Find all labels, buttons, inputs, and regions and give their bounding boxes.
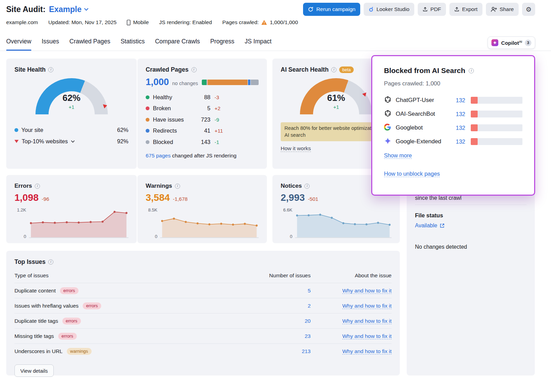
view-details-button[interactable]: View details [14,364,54,377]
issue-count-link[interactable]: 5 [250,288,311,294]
why-how-fix-link[interactable]: Why and how to fix it [342,288,392,294]
info-icon[interactable]: i [35,184,40,189]
tabs-divider [0,51,551,51]
blocked-count-link[interactable]: 132 [453,138,471,145]
info-icon[interactable]: i [191,67,197,72]
google-extended-icon [384,137,396,146]
info-icon[interactable]: i [331,67,336,72]
openai-icon [384,110,396,118]
info-icon[interactable]: i [48,67,53,72]
crawled-pages-title: Crawled Pages [146,66,189,73]
list-item-google-extended: Google-Extended 132 [384,135,522,148]
ai-search-health-gauge: 61% +1 [300,78,372,117]
broken-count[interactable]: 5 [197,105,210,112]
issue-count-link[interactable]: 23 [250,333,311,339]
have-issues-dot-icon [146,118,149,122]
healthy-dot-icon [146,95,149,99]
crawled-breakdown-list: Healthy 88 -3 Broken 5 +2 Have issues 72… [146,92,231,148]
beta-badge: beta [339,66,354,73]
blocked-count[interactable]: 143 [197,139,210,145]
tab-statistics[interactable]: Statistics [121,38,145,51]
crawled-total-note: no changes [172,81,198,86]
export-icon [454,7,459,12]
healthy-count[interactable]: 88 [197,94,210,101]
issue-count-link[interactable]: 20 [250,318,311,324]
warnings-delta: -1,678 [173,196,188,202]
info-icon[interactable]: i [48,259,53,265]
chevron-down-icon [84,8,89,11]
settings-button[interactable]: ⚙ [522,3,535,16]
have-issues-count[interactable]: 723 [197,116,210,123]
updated-label: Updated: Mon, Nov 17, 2025 [48,19,116,25]
share-button[interactable]: Share [486,3,519,16]
file-available-link[interactable]: Available [415,223,445,229]
show-more-link[interactable]: Show more [384,153,412,159]
looker-studio-button[interactable]: Looker Studio [364,3,414,16]
warnings-chart: 8.5K 0 [146,207,259,239]
project-selector[interactable]: Example [49,5,89,14]
notices-count[interactable]: 2,993 [281,192,305,203]
list-item-healthy: Healthy 88 -3 [146,92,231,103]
errors-delta: -96 [42,196,49,202]
site-health-delta: +1 [35,104,108,110]
warnings-card: Warnings i 3,584 -1,678 8.5K 0 [137,175,267,243]
why-how-fix-link[interactable]: Why and how to fix it [342,333,392,339]
errors-count[interactable]: 1,098 [14,192,39,203]
tab-overview[interactable]: Overview [6,38,31,51]
redirects-count[interactable]: 41 [197,127,210,134]
list-item-have-issues: Have issues 723 -9 [146,114,231,125]
page-title: Site Audit: [6,5,45,14]
no-changes-label: No changes detected [415,244,467,250]
pdf-button[interactable]: PDF [418,3,446,16]
issue-count-link[interactable]: 2 [250,303,311,309]
notices-delta: -501 [308,196,318,202]
warnings-count[interactable]: 3,584 [146,192,170,203]
how-to-unblock-link[interactable]: How to unblock pages [384,171,440,177]
warning-icon [261,20,267,25]
export-button[interactable]: Export [449,3,482,16]
site-health-title: Site Health [14,66,45,73]
tab-crawled-pages[interactable]: Crawled Pages [70,38,111,51]
changed-pages-link[interactable]: 675 pages [146,153,170,158]
blocked-bar [471,124,522,131]
copilot-count-badge: 3 [525,40,531,46]
issue-count-link[interactable]: 213 [250,348,311,354]
redirects-dot-icon [146,129,149,133]
list-item-oai-searchbot: OAI-SearchBot 132 [384,107,522,121]
rerun-campaign-button[interactable]: Rerun campaign [303,3,360,16]
blocked-count-link[interactable]: 132 [453,111,471,117]
tab-issues[interactable]: Issues [42,38,59,51]
why-how-fix-link[interactable]: Why and how to fix it [342,318,392,324]
ai-health-score: 61% [300,93,372,103]
copilot-label: CopilotAI [501,40,522,46]
blocked-count-link[interactable]: 132 [453,97,471,104]
crawled-pages-card: Crawled Pages i 1,000 no changes Healthy… [137,59,267,169]
info-icon[interactable]: i [304,184,310,189]
warnings-title: Warnings [146,183,172,189]
why-how-fix-link[interactable]: Why and how to fix it [342,348,392,354]
chevron-down-icon [71,140,75,143]
tab-progress[interactable]: Progress [210,38,235,51]
why-how-fix-link[interactable]: Why and how to fix it [342,303,392,309]
errors-card: Errors i 1,098 -96 1.2K 0 [6,175,137,243]
legend-top10-websites[interactable]: Top-10% websites 92% [14,136,128,147]
copilot-button[interactable]: CopilotAI 3 [488,37,535,49]
errors-title: Errors [14,183,32,189]
your-site-dot-icon [14,128,18,132]
ai-health-delta: +1 [300,104,372,110]
pages-crawled-indicator: Pages crawled: 1,000/1,000 [222,19,298,25]
info-icon[interactable]: i [469,68,474,73]
export-icon [423,7,428,12]
info-icon[interactable]: i [175,184,180,189]
share-user-icon [491,7,497,12]
blocked-bar [471,97,522,104]
crawled-total-link[interactable]: 1,000 [146,77,169,87]
legend-your-site: Your site 62% [14,124,128,136]
tab-compare-crawls[interactable]: Compare Crawls [155,38,200,51]
gear-icon: ⚙ [526,6,531,13]
device-indicator: Mobile [127,19,149,25]
tab-js-impact[interactable]: JS Impact [245,38,272,51]
ai-search-health-title: AI Search Health [281,66,329,73]
blocked-count-link[interactable]: 132 [453,125,471,131]
how-it-works-link[interactable]: How it works [281,145,311,152]
